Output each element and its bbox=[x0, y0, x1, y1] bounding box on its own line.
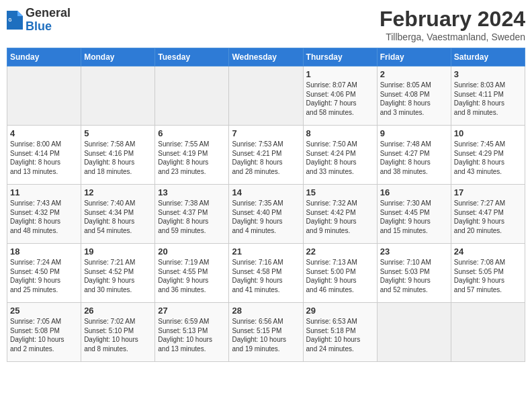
day-info: Sunrise: 7:13 AM Sunset: 5:00 PM Dayligh… bbox=[306, 258, 374, 294]
day-info: Sunrise: 8:00 AM Sunset: 4:14 PM Dayligh… bbox=[10, 140, 78, 176]
day-number: 26 bbox=[84, 306, 152, 316]
calendar-cell: 27Sunrise: 6:59 AM Sunset: 5:13 PM Dayli… bbox=[155, 303, 229, 362]
logo-blue: Blue bbox=[26, 19, 52, 33]
day-number: 29 bbox=[306, 306, 374, 316]
calendar-cell bbox=[7, 66, 81, 126]
day-number: 4 bbox=[10, 128, 78, 138]
calendar-cell: 23Sunrise: 7:10 AM Sunset: 5:03 PM Dayli… bbox=[377, 244, 451, 303]
day-info: Sunrise: 7:50 AM Sunset: 4:24 PM Dayligh… bbox=[306, 140, 374, 176]
day-number: 8 bbox=[306, 128, 374, 138]
calendar-cell: 12Sunrise: 7:40 AM Sunset: 4:34 PM Dayli… bbox=[81, 185, 155, 244]
calendar-cell bbox=[451, 303, 525, 362]
day-number: 16 bbox=[380, 187, 448, 197]
day-info: Sunrise: 7:05 AM Sunset: 5:08 PM Dayligh… bbox=[10, 317, 78, 353]
day-number: 11 bbox=[10, 187, 78, 197]
day-info: Sunrise: 7:40 AM Sunset: 4:34 PM Dayligh… bbox=[84, 199, 152, 235]
calendar-cell: 25Sunrise: 7:05 AM Sunset: 5:08 PM Dayli… bbox=[7, 303, 81, 362]
calendar-cell: 28Sunrise: 6:56 AM Sunset: 5:15 PM Dayli… bbox=[229, 303, 303, 362]
day-number: 6 bbox=[158, 128, 226, 138]
calendar-cell: 3Sunrise: 8:03 AM Sunset: 4:11 PM Daylig… bbox=[451, 66, 525, 126]
week-row: 18Sunrise: 7:24 AM Sunset: 4:50 PM Dayli… bbox=[7, 244, 525, 303]
title-block: February 2024 Tillberga, Vaestmanland, S… bbox=[380, 7, 525, 42]
day-number: 5 bbox=[84, 128, 152, 138]
logo-text: General Blue bbox=[26, 7, 71, 34]
header-cell-saturday: Saturday bbox=[451, 48, 525, 66]
day-info: Sunrise: 8:07 AM Sunset: 4:06 PM Dayligh… bbox=[306, 81, 374, 117]
week-row: 11Sunrise: 7:43 AM Sunset: 4:32 PM Dayli… bbox=[7, 185, 525, 244]
calendar-cell bbox=[229, 66, 303, 126]
day-number: 10 bbox=[454, 128, 522, 138]
calendar-cell: 2Sunrise: 8:05 AM Sunset: 4:08 PM Daylig… bbox=[377, 66, 451, 126]
day-number: 18 bbox=[10, 246, 78, 257]
calendar-cell: 7Sunrise: 7:53 AM Sunset: 4:21 PM Daylig… bbox=[229, 126, 303, 185]
day-info: Sunrise: 7:08 AM Sunset: 5:05 PM Dayligh… bbox=[454, 258, 522, 294]
calendar-cell: 26Sunrise: 7:02 AM Sunset: 5:10 PM Dayli… bbox=[81, 303, 155, 362]
day-number: 9 bbox=[380, 128, 448, 138]
day-info: Sunrise: 7:32 AM Sunset: 4:42 PM Dayligh… bbox=[306, 199, 374, 235]
day-number: 27 bbox=[158, 306, 226, 316]
day-number: 22 bbox=[306, 246, 374, 257]
day-info: Sunrise: 7:19 AM Sunset: 4:55 PM Dayligh… bbox=[158, 258, 226, 294]
calendar-cell: 16Sunrise: 7:30 AM Sunset: 4:45 PM Dayli… bbox=[377, 185, 451, 244]
calendar-cell: 5Sunrise: 7:58 AM Sunset: 4:16 PM Daylig… bbox=[81, 126, 155, 185]
header-cell-monday: Monday bbox=[81, 48, 155, 66]
week-row: 25Sunrise: 7:05 AM Sunset: 5:08 PM Dayli… bbox=[7, 303, 525, 362]
day-number: 15 bbox=[306, 187, 374, 197]
day-info: Sunrise: 7:55 AM Sunset: 4:19 PM Dayligh… bbox=[158, 140, 226, 176]
day-info: Sunrise: 7:35 AM Sunset: 4:40 PM Dayligh… bbox=[232, 199, 300, 235]
calendar-cell: 29Sunrise: 6:53 AM Sunset: 5:18 PM Dayli… bbox=[303, 303, 377, 362]
day-number: 13 bbox=[158, 187, 226, 197]
logo-icon: G bbox=[7, 11, 23, 30]
day-number: 21 bbox=[232, 246, 300, 257]
header-cell-wednesday: Wednesday bbox=[229, 48, 303, 66]
svg-text:G: G bbox=[8, 17, 11, 22]
header-row: SundayMondayTuesdayWednesdayThursdayFrid… bbox=[7, 48, 525, 66]
day-info: Sunrise: 7:10 AM Sunset: 5:03 PM Dayligh… bbox=[380, 258, 448, 294]
day-number: 7 bbox=[232, 128, 300, 138]
day-info: Sunrise: 6:53 AM Sunset: 5:18 PM Dayligh… bbox=[306, 317, 374, 353]
day-info: Sunrise: 7:43 AM Sunset: 4:32 PM Dayligh… bbox=[10, 199, 78, 235]
day-info: Sunrise: 7:24 AM Sunset: 4:50 PM Dayligh… bbox=[10, 258, 78, 294]
header-cell-friday: Friday bbox=[377, 48, 451, 66]
logo: G General Blue bbox=[7, 7, 71, 34]
day-number: 23 bbox=[380, 246, 448, 257]
day-number: 14 bbox=[232, 187, 300, 197]
day-info: Sunrise: 7:38 AM Sunset: 4:37 PM Dayligh… bbox=[158, 199, 226, 235]
calendar-cell: 17Sunrise: 7:27 AM Sunset: 4:47 PM Dayli… bbox=[451, 185, 525, 244]
svg-marker-1 bbox=[17, 11, 23, 16]
day-info: Sunrise: 7:16 AM Sunset: 4:58 PM Dayligh… bbox=[232, 258, 300, 294]
calendar-cell: 21Sunrise: 7:16 AM Sunset: 4:58 PM Dayli… bbox=[229, 244, 303, 303]
header-cell-thursday: Thursday bbox=[303, 48, 377, 66]
calendar-cell: 1Sunrise: 8:07 AM Sunset: 4:06 PM Daylig… bbox=[303, 66, 377, 126]
day-number: 19 bbox=[84, 246, 152, 257]
calendar-cell: 6Sunrise: 7:55 AM Sunset: 4:19 PM Daylig… bbox=[155, 126, 229, 185]
calendar-cell bbox=[81, 66, 155, 126]
page-header: G General Blue February 2024 Tillberga, … bbox=[7, 7, 525, 42]
day-info: Sunrise: 8:03 AM Sunset: 4:11 PM Dayligh… bbox=[454, 81, 522, 117]
logo-general: General bbox=[26, 6, 71, 19]
day-info: Sunrise: 7:45 AM Sunset: 4:29 PM Dayligh… bbox=[454, 140, 522, 176]
calendar-cell: 18Sunrise: 7:24 AM Sunset: 4:50 PM Dayli… bbox=[7, 244, 81, 303]
day-info: Sunrise: 7:58 AM Sunset: 4:16 PM Dayligh… bbox=[84, 140, 152, 176]
day-number: 1 bbox=[306, 69, 374, 79]
calendar-header: SundayMondayTuesdayWednesdayThursdayFrid… bbox=[7, 48, 525, 66]
day-info: Sunrise: 6:59 AM Sunset: 5:13 PM Dayligh… bbox=[158, 317, 226, 353]
calendar-cell: 24Sunrise: 7:08 AM Sunset: 5:05 PM Dayli… bbox=[451, 244, 525, 303]
month-title: February 2024 bbox=[380, 7, 525, 32]
calendar-cell: 9Sunrise: 7:48 AM Sunset: 4:27 PM Daylig… bbox=[377, 126, 451, 185]
calendar-cell: 13Sunrise: 7:38 AM Sunset: 4:37 PM Dayli… bbox=[155, 185, 229, 244]
day-info: Sunrise: 8:05 AM Sunset: 4:08 PM Dayligh… bbox=[380, 81, 448, 117]
header-cell-sunday: Sunday bbox=[7, 48, 81, 66]
day-number: 3 bbox=[454, 69, 522, 79]
calendar-cell: 22Sunrise: 7:13 AM Sunset: 5:00 PM Dayli… bbox=[303, 244, 377, 303]
calendar-cell: 20Sunrise: 7:19 AM Sunset: 4:55 PM Dayli… bbox=[155, 244, 229, 303]
calendar-cell bbox=[155, 66, 229, 126]
calendar-cell: 4Sunrise: 8:00 AM Sunset: 4:14 PM Daylig… bbox=[7, 126, 81, 185]
day-number: 12 bbox=[84, 187, 152, 197]
day-info: Sunrise: 7:02 AM Sunset: 5:10 PM Dayligh… bbox=[84, 317, 152, 353]
calendar-cell: 11Sunrise: 7:43 AM Sunset: 4:32 PM Dayli… bbox=[7, 185, 81, 244]
calendar-body: 1Sunrise: 8:07 AM Sunset: 4:06 PM Daylig… bbox=[7, 66, 525, 362]
day-number: 28 bbox=[232, 306, 300, 316]
day-number: 24 bbox=[454, 246, 522, 257]
header-cell-tuesday: Tuesday bbox=[155, 48, 229, 66]
